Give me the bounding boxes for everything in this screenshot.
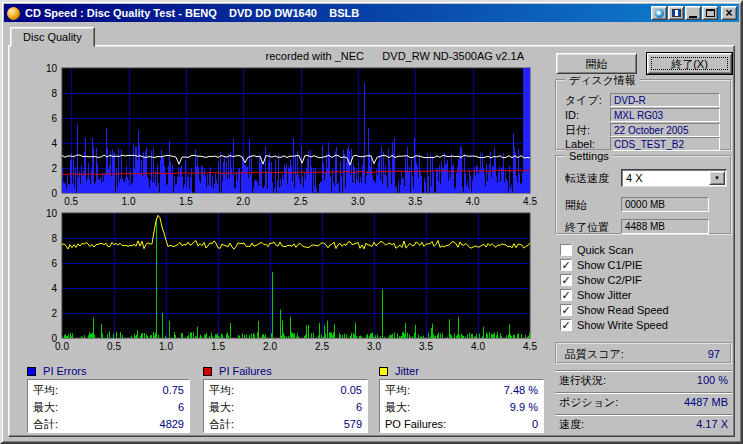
speed-row: 速度: 4.17 X — [555, 414, 732, 434]
chevron-down-icon[interactable]: ▼ — [709, 171, 725, 185]
jitter-max-value: 9.9 % — [510, 399, 538, 416]
pi-failures-total-label: 合計: — [209, 416, 234, 433]
svg-text:6: 6 — [51, 113, 57, 124]
progress-row: 進行状況: 100 % — [555, 370, 732, 390]
checkbox-show-read-speed[interactable]: ✓ Show Read Speed — [560, 303, 700, 317]
jitter-max-label: 最大: — [385, 399, 410, 416]
settings-group-label: Settings — [565, 150, 613, 163]
checkbox-show-jitter[interactable]: ✓ Show Jitter — [560, 288, 700, 302]
progress-label: 進行状況: — [559, 371, 606, 390]
minimize-button[interactable] — [685, 6, 701, 20]
pi-errors-stats-box: 平均:0.75 最大:6 合計:4829 — [27, 379, 190, 433]
pi-failures-total-value: 579 — [344, 416, 362, 433]
show-c1-pie-label: Show C1/PIE — [577, 259, 642, 271]
titlebar-disc-icon[interactable] — [651, 6, 667, 20]
speed-label: 転送速度 — [565, 171, 609, 185]
svg-text:4.5: 4.5 — [523, 341, 537, 352]
po-failures-value: 0 — [532, 416, 538, 433]
disc-id-label: ID: — [565, 108, 609, 122]
stat-row: 合計:4829 — [28, 416, 189, 433]
svg-text:3.5: 3.5 — [419, 341, 433, 352]
pi-failures-stats-box: 平均:0.05 最大:6 合計:579 — [203, 379, 368, 433]
chart-icon — [672, 9, 681, 17]
speed-select[interactable]: 4 X ▼ — [621, 169, 727, 187]
disc-label-label: Label: — [565, 137, 609, 151]
pi-errors-total-label: 合計: — [33, 416, 58, 433]
pi-errors-avg-value: 0.75 — [163, 382, 184, 399]
pi-failures-title: PI Failures — [219, 365, 272, 377]
show-c1-pie-checkbox[interactable]: ✓ — [560, 259, 572, 271]
speed-status-value: 4.17 X — [696, 415, 728, 434]
pi-errors-title: PI Errors — [43, 365, 86, 377]
pi-failures-avg-value: 0.05 — [341, 382, 362, 399]
disc-id-value: MXL RG03 — [610, 108, 720, 122]
show-read-speed-label: Show Read Speed — [577, 304, 669, 316]
svg-text:2: 2 — [51, 308, 57, 319]
titlebar-chart-icon[interactable] — [668, 6, 684, 20]
start-position-label: 開始 — [565, 198, 587, 212]
title-bar[interactable]: CD Speed : Disc Quality Test - BENQ DVD … — [4, 4, 739, 22]
stat-row: 平均:0.75 — [28, 382, 189, 399]
end-position-field[interactable]: 4488 MB — [621, 219, 709, 234]
start-position-field[interactable]: 0000 MB — [621, 197, 709, 212]
disc-info-group-label: ディスク情報 — [565, 74, 640, 87]
recorded-with-label: recorded with _NEC DVD_RW ND-3500AG v2.1… — [209, 50, 524, 62]
show-jitter-label: Show Jitter — [577, 289, 631, 301]
svg-text:3.0: 3.0 — [367, 341, 381, 352]
pi-failures-color-swatch — [203, 367, 212, 376]
pi-errors-avg-label: 平均: — [33, 382, 58, 399]
show-jitter-checkbox[interactable]: ✓ — [560, 289, 572, 301]
end-position-label: 終了位置 — [565, 220, 609, 234]
client-area: Disc Quality recorded with _NEC DVD_RW N… — [4, 24, 739, 440]
maximize-button[interactable] — [702, 6, 718, 20]
po-failures-label: PO Failures: — [385, 416, 446, 433]
checkbox-show-c2-pif[interactable]: ✓ Show C2/PIF — [560, 273, 700, 287]
show-read-speed-checkbox[interactable]: ✓ — [560, 304, 572, 316]
stat-row: 最大:9.9 % — [380, 399, 543, 416]
jitter-avg-value: 7.48 % — [504, 382, 538, 399]
svg-text:2: 2 — [51, 163, 57, 174]
svg-text:3.5: 3.5 — [408, 196, 422, 207]
stat-row: 平均:0.05 — [204, 382, 367, 399]
disc-icon — [655, 9, 664, 18]
tab-disc-quality[interactable]: Disc Quality — [10, 27, 95, 47]
svg-text:8: 8 — [51, 88, 57, 99]
disc-type-label: タイプ: — [565, 93, 609, 107]
svg-text:1.0: 1.0 — [159, 341, 173, 352]
svg-text:2.0: 2.0 — [263, 341, 277, 352]
show-write-speed-checkbox[interactable]: ✓ — [560, 319, 572, 331]
pi-errors-max-label: 最大: — [33, 399, 58, 416]
svg-text:0: 0 — [51, 188, 57, 199]
checkbox-show-write-speed[interactable]: ✓ Show Write Speed — [560, 318, 700, 332]
start-button[interactable]: 開始 — [556, 53, 637, 74]
speed-value: 4 X — [626, 171, 643, 186]
close-icon: × — [725, 8, 732, 19]
stat-row: PO Failures:0 — [380, 416, 543, 433]
svg-text:1.5: 1.5 — [179, 196, 193, 207]
exit-button[interactable]: 終了(X) — [647, 53, 732, 74]
svg-text:0.5: 0.5 — [107, 341, 121, 352]
jitter-pif-chart: 0.00.51.01.52.02.53.03.54.04.51086420 — [28, 211, 542, 354]
svg-text:10: 10 — [46, 63, 58, 74]
position-value: 4487 MB — [684, 393, 728, 412]
disc-label-row: Label: CDS_TEST_B2 — [565, 137, 720, 151]
quality-score-value: 97 — [708, 346, 720, 362]
close-button[interactable]: × — [721, 6, 737, 20]
show-c2-pif-checkbox[interactable]: ✓ — [560, 274, 572, 286]
speed-status-label: 速度: — [559, 415, 584, 434]
checkbox-quick-scan[interactable]: Quick Scan — [560, 243, 700, 257]
disc-label-value: CDS_TEST_B2 — [610, 137, 720, 151]
svg-text:4: 4 — [51, 283, 57, 294]
progress-value: 100 % — [697, 371, 728, 390]
svg-text:2.0: 2.0 — [236, 196, 250, 207]
jitter-color-swatch — [379, 367, 388, 376]
pi-failures-max-label: 最大: — [209, 399, 234, 416]
disc-date-label: 日付: — [565, 123, 609, 137]
pi-errors-legend: PI Errors — [27, 366, 86, 378]
checkbox-show-c1-pie[interactable]: ✓ Show C1/PIE — [560, 258, 700, 272]
quick-scan-checkbox[interactable] — [560, 244, 572, 256]
disc-date-value: 22 October 2005 — [610, 123, 720, 137]
svg-text:0: 0 — [51, 333, 57, 344]
disc-date-row: 日付: 22 October 2005 — [565, 123, 720, 137]
settings-group: Settings 転送速度 4 X ▼ 開始 0000 MB 終了位置 4488… — [555, 155, 732, 235]
